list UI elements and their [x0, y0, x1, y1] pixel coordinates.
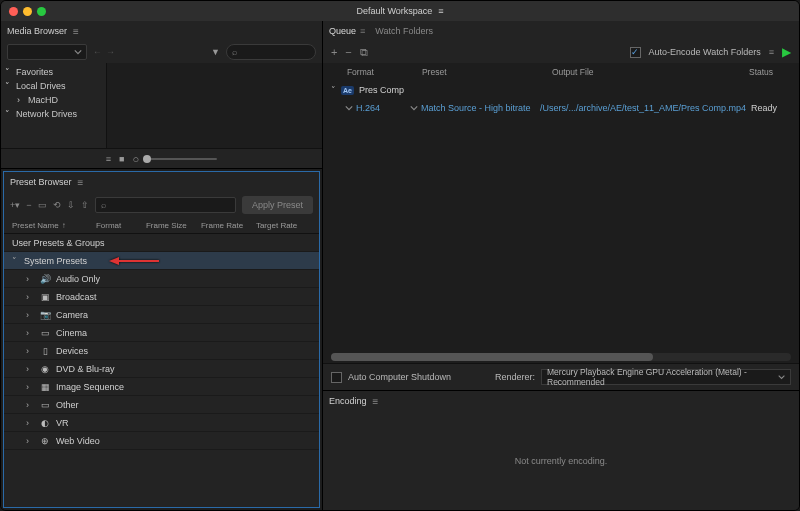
panel-menu-icon[interactable]: ≡ — [73, 26, 79, 37]
col-preset-name[interactable]: Preset Name — [12, 221, 59, 230]
format-value: H.264 — [356, 103, 380, 113]
queue-item-parent[interactable]: ˅ Ae Pres Comp — [327, 81, 795, 99]
preset-search-input[interactable]: ⌕ — [95, 197, 236, 213]
preset-category[interactable]: › ▯ Devices — [4, 342, 319, 360]
camera-icon: 📷 — [38, 310, 52, 320]
web-icon: ⊕ — [38, 436, 52, 446]
preset-category[interactable]: › ▦ Image Sequence — [4, 378, 319, 396]
new-group-icon[interactable]: ▭ — [38, 200, 47, 210]
disc-icon: ◉ — [38, 364, 52, 374]
chevron-down-icon: ˅ — [5, 109, 13, 119]
preset-dropdown[interactable]: Match Source - High bitrate — [410, 103, 535, 113]
tree-label: MacHD — [28, 95, 58, 105]
preset-category[interactable]: › ◉ DVD & Blu-ray — [4, 360, 319, 378]
tree-local-drives[interactable]: ˅ Local Drives — [5, 79, 102, 93]
delete-preset-icon[interactable]: − — [26, 200, 31, 210]
auto-shutdown-checkbox[interactable] — [331, 372, 342, 383]
devices-icon: ▯ — [38, 346, 52, 356]
chevron-right-icon: › — [26, 310, 34, 320]
preset-category[interactable]: › ⊕ Web Video — [4, 432, 319, 450]
encoding-panel: Encoding ≡ Not currently encoding. — [323, 390, 799, 510]
panel-menu-icon[interactable]: ≡ — [372, 396, 378, 407]
forward-arrow-icon[interactable]: → — [106, 47, 115, 57]
preset-category[interactable]: › 🔊 Audio Only — [4, 270, 319, 288]
preset-group-user[interactable]: User Presets & Groups — [4, 234, 319, 252]
import-icon[interactable]: ⇩ — [67, 200, 75, 210]
col-preset: Preset — [422, 67, 552, 77]
media-browser-path-dropdown[interactable] — [7, 44, 87, 60]
col-target-rate[interactable]: Target Rate — [256, 221, 311, 230]
horizontal-scrollbar[interactable] — [331, 353, 791, 361]
queue-item-output[interactable]: H.264 Match Source - High bitrate /Users… — [327, 99, 795, 117]
chevron-right-icon: › — [26, 292, 34, 302]
auto-encode-label: Auto-Encode Watch Folders — [649, 47, 761, 57]
sort-arrow-icon: ↑ — [62, 221, 66, 230]
start-queue-button[interactable]: ▶ — [782, 45, 791, 59]
auto-encode-checkbox[interactable]: ✓ — [630, 47, 641, 58]
preset-value: Match Source - High bitrate — [421, 103, 531, 113]
col-format[interactable]: Format — [96, 221, 146, 230]
filter-icon[interactable]: ▼ — [211, 47, 220, 57]
media-browser-header: Media Browser ≡ — [1, 21, 322, 41]
hamburger-icon[interactable]: ≡ — [769, 47, 774, 57]
col-format: Format — [347, 67, 422, 77]
tree-machd[interactable]: › MacHD — [5, 93, 102, 107]
renderer-dropdown[interactable]: Mercury Playback Engine GPU Acceleration… — [541, 369, 791, 385]
preset-category[interactable]: › ▭ Cinema — [4, 324, 319, 342]
duplicate-icon[interactable]: ⧉ — [360, 46, 368, 59]
preset-label: Other — [56, 400, 79, 410]
preset-label: VR — [56, 418, 69, 428]
chevron-down-icon: ˅ — [5, 81, 13, 91]
preset-category[interactable]: › ▣ Broadcast — [4, 288, 319, 306]
tree-favorites[interactable]: ˅ Favorites — [5, 65, 102, 79]
col-frame-rate[interactable]: Frame Rate — [201, 221, 256, 230]
renderer-label: Renderer: — [495, 372, 535, 382]
preset-group-system[interactable]: ˅ System Presets — [4, 252, 319, 270]
workspace-label: Default Workspace — [356, 6, 432, 16]
chevron-down-icon: ˅ — [12, 256, 20, 266]
add-source-icon[interactable]: + — [331, 46, 337, 59]
tree-network-drives[interactable]: ˅ Network Drives — [5, 107, 102, 121]
preset-category[interactable]: › 📷 Camera — [4, 306, 319, 324]
preset-category[interactable]: › ▭ Other — [4, 396, 319, 414]
encoding-header: Encoding ≡ — [323, 391, 799, 411]
media-browser-search[interactable]: ⌕ — [226, 44, 316, 60]
other-icon: ▭ — [38, 400, 52, 410]
close-window-button[interactable] — [9, 7, 18, 16]
cinema-icon: ▭ — [38, 328, 52, 338]
preset-label: Audio Only — [56, 274, 100, 284]
preset-label: Web Video — [56, 436, 100, 446]
panel-menu-icon[interactable]: ≡ — [78, 177, 84, 188]
maximize-window-button[interactable] — [37, 7, 46, 16]
workspace-selector[interactable]: Default Workspace ≡ — [356, 6, 443, 16]
ae-badge-icon: Ae — [341, 86, 354, 95]
queue-footer: Auto Computer Shutdown Renderer: Mercury… — [323, 363, 799, 390]
tab-watch-folders[interactable]: Watch Folders — [375, 26, 433, 36]
media-browser-content — [106, 63, 322, 148]
media-browser-footer: ≡ ■ ○ — [1, 148, 322, 168]
preset-category[interactable]: › ◐ VR — [4, 414, 319, 432]
export-icon[interactable]: ⇧ — [81, 200, 89, 210]
format-dropdown[interactable]: H.264 — [345, 103, 405, 113]
tree-label: Network Drives — [16, 109, 77, 119]
apply-preset-button[interactable]: Apply Preset — [242, 196, 313, 214]
add-preset-icon[interactable]: +▾ — [10, 200, 20, 210]
output-file-link[interactable]: /Users/.../archive/AE/test_11_AME/Pres C… — [540, 103, 746, 113]
queue-columns-header: Format Preset Output File Status — [327, 63, 795, 81]
thumbnail-size-slider[interactable] — [147, 158, 217, 160]
encoding-body: Not currently encoding. — [323, 411, 799, 510]
thumbnail-view-icon[interactable]: ■ — [119, 154, 124, 164]
encoding-title: Encoding — [329, 396, 367, 406]
sync-icon[interactable]: ⟲ — [53, 200, 61, 210]
back-arrow-icon[interactable]: ← — [93, 47, 102, 57]
col-frame-size[interactable]: Frame Size — [146, 221, 201, 230]
preset-label: DVD & Blu-ray — [56, 364, 115, 374]
renderer-value: Mercury Playback Engine GPU Acceleration… — [547, 367, 778, 387]
media-browser-title: Media Browser — [7, 26, 67, 36]
minimize-window-button[interactable] — [23, 7, 32, 16]
list-view-icon[interactable]: ≡ — [106, 154, 111, 164]
tab-queue[interactable]: Queue ≡ — [329, 26, 365, 36]
remove-source-icon[interactable]: − — [345, 46, 351, 59]
queue-item-name: Pres Comp — [359, 85, 404, 95]
queue-panel: Queue ≡ Watch Folders + − ⧉ ✓ Auto-E — [323, 21, 799, 390]
